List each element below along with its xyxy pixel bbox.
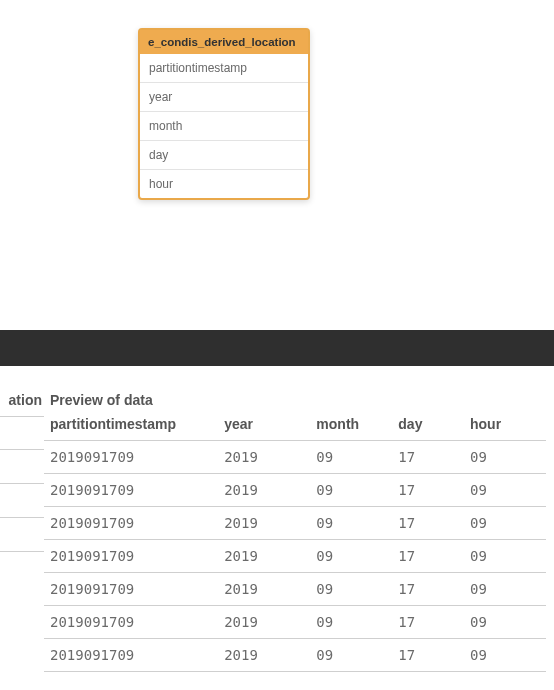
entity-field[interactable]: month xyxy=(140,111,308,140)
preview-title: Preview of data xyxy=(44,392,546,408)
table-cell: 2019091709 xyxy=(44,606,218,639)
table-cell: 09 xyxy=(310,606,392,639)
column-header[interactable]: month xyxy=(310,410,392,441)
column-header[interactable]: partitiontimestamp xyxy=(44,410,218,441)
table-cell: 2019 xyxy=(218,474,310,507)
table-cell: 09 xyxy=(464,606,546,639)
table-cell: 2019 xyxy=(218,573,310,606)
left-panel-row-fragment xyxy=(0,484,44,518)
table-cell: 17 xyxy=(392,441,464,474)
table-cell: 09 xyxy=(464,507,546,540)
left-panel-heading-fragment: ation xyxy=(0,392,44,408)
table-cell: 2019 xyxy=(218,639,310,672)
canvas-area[interactable]: e_condis_derived_location partitiontimes… xyxy=(0,0,554,330)
table-cell: 17 xyxy=(392,639,464,672)
table-cell: 2019 xyxy=(218,606,310,639)
table-cell: 09 xyxy=(310,573,392,606)
table-cell: 2019091709 xyxy=(44,507,218,540)
table-header-row: partitiontimestampyearmonthdayhour xyxy=(44,410,546,441)
preview-table: partitiontimestampyearmonthdayhour 20190… xyxy=(44,410,546,672)
table-cell: 2019 xyxy=(218,441,310,474)
table-cell: 2019091709 xyxy=(44,441,218,474)
left-panel-row-fragment xyxy=(0,416,44,450)
table-cell: 09 xyxy=(464,573,546,606)
table-cell: 09 xyxy=(464,639,546,672)
table-cell: 2019091709 xyxy=(44,639,218,672)
table-row[interactable]: 20190917092019091709 xyxy=(44,573,546,606)
column-header[interactable]: hour xyxy=(464,410,546,441)
left-panel-row-fragment xyxy=(0,518,44,552)
table-cell: 09 xyxy=(464,441,546,474)
entity-field[interactable]: hour xyxy=(140,169,308,198)
table-cell: 2019 xyxy=(218,540,310,573)
entity-fields: partitiontimestampyearmonthdayhour xyxy=(140,54,308,198)
left-panel-fragment: ation xyxy=(0,392,44,552)
table-row[interactable]: 20190917092019091709 xyxy=(44,639,546,672)
table-cell: 17 xyxy=(392,507,464,540)
table-row[interactable]: 20190917092019091709 xyxy=(44,474,546,507)
table-cell: 09 xyxy=(310,507,392,540)
table-cell: 2019091709 xyxy=(44,474,218,507)
table-cell: 2019091709 xyxy=(44,540,218,573)
table-row[interactable]: 20190917092019091709 xyxy=(44,540,546,573)
table-cell: 09 xyxy=(310,639,392,672)
table-cell: 09 xyxy=(464,540,546,573)
table-row[interactable]: 20190917092019091709 xyxy=(44,441,546,474)
table-cell: 2019 xyxy=(218,507,310,540)
entity-field[interactable]: day xyxy=(140,140,308,169)
table-cell: 09 xyxy=(310,474,392,507)
table-cell: 09 xyxy=(310,540,392,573)
table-row[interactable]: 20190917092019091709 xyxy=(44,606,546,639)
entity-field[interactable]: partitiontimestamp xyxy=(140,54,308,82)
entity-field[interactable]: year xyxy=(140,82,308,111)
table-cell: 2019091709 xyxy=(44,573,218,606)
entity-title: e_condis_derived_location xyxy=(140,30,308,54)
column-header[interactable]: day xyxy=(392,410,464,441)
table-cell: 17 xyxy=(392,573,464,606)
table-cell: 17 xyxy=(392,540,464,573)
preview-panel: ation Preview of data partitiontimestamp… xyxy=(0,366,554,672)
table-cell: 17 xyxy=(392,606,464,639)
table-cell: 17 xyxy=(392,474,464,507)
left-panel-row-fragment xyxy=(0,450,44,484)
entity-card[interactable]: e_condis_derived_location partitiontimes… xyxy=(138,28,310,200)
panel-divider-bar xyxy=(0,330,554,366)
table-cell: 09 xyxy=(310,441,392,474)
table-row[interactable]: 20190917092019091709 xyxy=(44,507,546,540)
table-cell: 09 xyxy=(464,474,546,507)
column-header[interactable]: year xyxy=(218,410,310,441)
